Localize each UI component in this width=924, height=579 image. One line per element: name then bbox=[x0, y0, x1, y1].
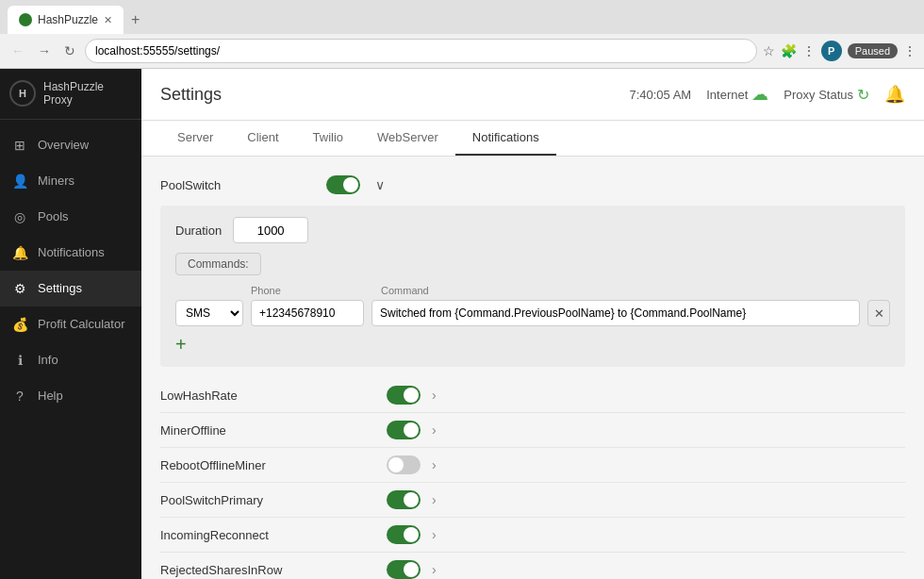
settings-menu-button[interactable]: ⋮ bbox=[802, 43, 816, 58]
internet-status: Internet ☁ bbox=[706, 84, 768, 105]
main-content: Settings 7:40:05 AM Internet ☁ Proxy Sta… bbox=[141, 69, 924, 579]
app: H HashPuzzle Proxy ⊞ Overview 👤 Miners ◎… bbox=[0, 69, 924, 579]
toggle-thumb bbox=[404, 492, 419, 507]
notif-item-reboot-offline-miner: RebootOfflineMiner› bbox=[160, 448, 905, 483]
new-tab-button[interactable]: + bbox=[127, 11, 143, 28]
bookmark-button[interactable]: ☆ bbox=[763, 43, 775, 58]
proxy-status-label: Proxy Status bbox=[784, 88, 853, 102]
notif-expand-arrow-miner-offline[interactable]: › bbox=[432, 422, 437, 438]
sidebar-item-label: Overview bbox=[38, 138, 89, 152]
duration-input[interactable] bbox=[233, 217, 308, 243]
back-button[interactable]: ← bbox=[8, 41, 28, 60]
browser-chrome: HashPuzzle ✕ + ← → ↻ ☆ 🧩 ⋮ P Paused ⋮ bbox=[0, 0, 924, 69]
sidebar-item-profit-calculator[interactable]: 💰 Profit Calculator bbox=[0, 306, 141, 342]
notif-label: MinerOffline bbox=[160, 423, 387, 438]
notif-toggle-miner-offline[interactable] bbox=[387, 421, 421, 439]
toggle-thumb bbox=[343, 177, 358, 192]
sidebar-item-label: Miners bbox=[38, 174, 74, 188]
tab-close-button[interactable]: ✕ bbox=[104, 14, 112, 26]
pool-switch-toggle[interactable] bbox=[326, 175, 360, 194]
tab-webserver[interactable]: WebServer bbox=[360, 121, 455, 156]
toggle-thumb bbox=[404, 422, 419, 438]
notif-item-rejected-shares-in-row: RejectedSharesInRow› bbox=[160, 553, 905, 579]
profile-badge[interactable]: P bbox=[821, 41, 842, 61]
add-sms-button[interactable]: + bbox=[175, 334, 187, 356]
command-input[interactable] bbox=[371, 300, 860, 326]
url-input[interactable] bbox=[85, 39, 757, 63]
internet-label: Internet bbox=[706, 88, 748, 102]
toggle-thumb bbox=[404, 388, 419, 403]
browser-more-button[interactable]: ⋮ bbox=[903, 43, 916, 58]
paused-badge: Paused bbox=[848, 43, 898, 58]
sidebar-item-miners[interactable]: 👤 Miners bbox=[0, 163, 141, 199]
extensions-button[interactable]: 🧩 bbox=[781, 43, 797, 58]
toggle-thumb bbox=[388, 457, 404, 472]
proxy-refresh-icon[interactable]: ↻ bbox=[857, 86, 869, 104]
sms-entry-row: SMS ✕ bbox=[175, 300, 890, 326]
page-header: Settings 7:40:05 AM Internet ☁ Proxy Sta… bbox=[141, 69, 924, 121]
browser-actions: ☆ 🧩 ⋮ P Paused ⋮ bbox=[763, 41, 916, 61]
tab-server[interactable]: Server bbox=[160, 121, 230, 156]
sidebar-item-pools[interactable]: ◎ Pools bbox=[0, 199, 141, 235]
toggle-thumb bbox=[404, 562, 419, 577]
notif-toggle-pool-switch-primary[interactable] bbox=[387, 490, 421, 509]
phone-column-label: Phone bbox=[251, 285, 373, 296]
duration-row: Duration bbox=[175, 217, 890, 243]
notif-expand-arrow-rejected-shares-in-row[interactable]: › bbox=[432, 562, 437, 577]
duration-label: Duration bbox=[175, 223, 222, 238]
reload-button[interactable]: ↻ bbox=[60, 41, 79, 60]
notif-label: PoolSwitchPrimary bbox=[160, 493, 387, 507]
sidebar-item-help[interactable]: ? Help bbox=[0, 378, 141, 414]
sidebar: H HashPuzzle Proxy ⊞ Overview 👤 Miners ◎… bbox=[0, 69, 141, 579]
header-right: 7:40:05 AM Internet ☁ Proxy Status ↻ 🔔 bbox=[629, 84, 905, 105]
toggle-thumb bbox=[404, 527, 419, 542]
sidebar-item-label: Pools bbox=[38, 209, 69, 223]
notif-label: RejectedSharesInRow bbox=[160, 563, 387, 577]
pool-switch-label: PoolSwitch bbox=[160, 178, 311, 192]
notif-label: LowHashRate bbox=[160, 389, 387, 403]
commands-button[interactable]: Commands: bbox=[175, 253, 261, 275]
tab-twilio[interactable]: Twilio bbox=[296, 121, 361, 156]
tab-title: HashPuzzle bbox=[38, 13, 98, 26]
notif-item-incoming-reconnect: IncomingReconnect› bbox=[160, 518, 905, 553]
sms-type-select[interactable]: SMS bbox=[175, 300, 243, 326]
pool-switch-expand-arrow[interactable]: ∨ bbox=[375, 177, 385, 192]
forward-button[interactable]: → bbox=[34, 41, 55, 60]
browser-tab[interactable]: HashPuzzle ✕ bbox=[8, 6, 124, 34]
phone-input[interactable] bbox=[251, 300, 364, 326]
sidebar-item-settings[interactable]: ⚙ Settings bbox=[0, 271, 141, 306]
notif-label: IncomingReconnect bbox=[160, 528, 387, 542]
delete-sms-button[interactable]: ✕ bbox=[867, 300, 890, 326]
help-icon: ? bbox=[11, 388, 28, 405]
notif-expand-arrow-reboot-offline-miner[interactable]: › bbox=[432, 457, 437, 472]
notif-expand-arrow-incoming-reconnect[interactable]: › bbox=[432, 527, 437, 542]
tab-notifications[interactable]: Notifications bbox=[455, 121, 556, 156]
tab-client[interactable]: Client bbox=[230, 121, 295, 156]
sidebar-item-info[interactable]: ℹ Info bbox=[0, 342, 141, 378]
sidebar-item-label: Info bbox=[38, 353, 58, 367]
notif-expand-arrow-pool-switch-primary[interactable]: › bbox=[432, 492, 437, 507]
sidebar-item-overview[interactable]: ⊞ Overview bbox=[0, 127, 141, 163]
address-bar: ← → ↻ ☆ 🧩 ⋮ P Paused ⋮ bbox=[0, 34, 924, 68]
pools-icon: ◎ bbox=[11, 208, 28, 225]
header-bell-icon[interactable]: 🔔 bbox=[884, 84, 905, 105]
cloud-icon: ☁ bbox=[751, 84, 768, 105]
notif-expand-arrow-low-hash-rate[interactable]: › bbox=[432, 388, 437, 403]
info-icon: ℹ bbox=[11, 352, 28, 369]
sidebar-item-label: Help bbox=[38, 389, 63, 403]
notif-toggle-low-hash-rate[interactable] bbox=[387, 386, 421, 405]
notif-item-pool-switch-primary: PoolSwitchPrimary› bbox=[160, 483, 905, 518]
notif-item-miner-offline: MinerOffline› bbox=[160, 413, 905, 448]
proxy-status: Proxy Status ↻ bbox=[784, 86, 869, 104]
sidebar-item-label: Settings bbox=[38, 281, 82, 295]
current-time: 7:40:05 AM bbox=[629, 88, 691, 102]
sidebar-item-notifications[interactable]: 🔔 Notifications bbox=[0, 235, 141, 271]
logo-text: HashPuzzle Proxy bbox=[43, 80, 104, 108]
notif-toggle-incoming-reconnect[interactable] bbox=[387, 525, 421, 544]
page-title: Settings bbox=[160, 85, 629, 105]
tab-favicon bbox=[19, 13, 32, 26]
tab-bar: HashPuzzle ✕ + bbox=[0, 0, 924, 34]
pool-switch-row: PoolSwitch ∨ bbox=[160, 175, 905, 194]
notif-toggle-reboot-offline-miner[interactable] bbox=[387, 455, 421, 474]
notif-toggle-rejected-shares-in-row[interactable] bbox=[387, 560, 421, 579]
